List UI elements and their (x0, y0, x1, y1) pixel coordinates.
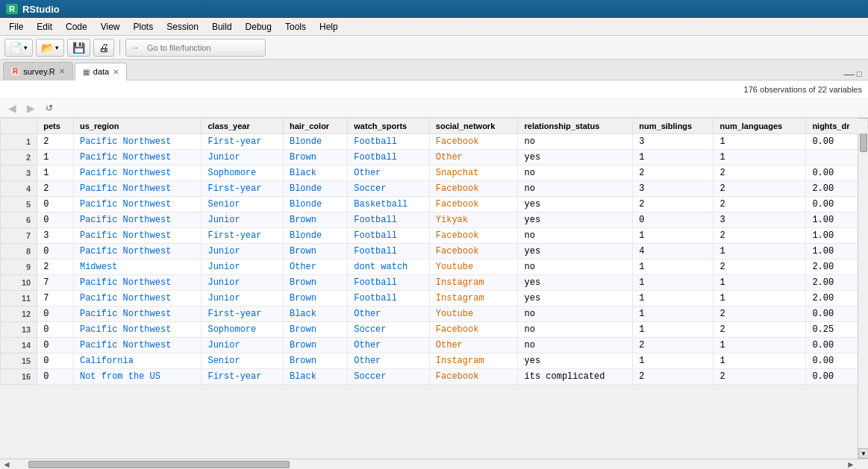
cell-social_network: Facebook (429, 322, 518, 338)
cell-rownum: 5 (1, 197, 37, 213)
horizontal-scrollbar[interactable]: ◄ ► (0, 459, 868, 469)
cell-social_network: Facebook (429, 244, 518, 259)
cell-watch_sports: Soccer (348, 369, 430, 385)
tab-data[interactable]: ▦ data ✕ (75, 63, 127, 81)
cell-class_year: First-year (202, 134, 284, 150)
menu-tools[interactable]: Tools (279, 20, 312, 34)
table-row: 107Pacific NorthwestJuniorBrownFootballI… (1, 275, 868, 291)
cell-relationship_status: yes (518, 244, 633, 259)
scroll-right-arrow[interactable]: ► (844, 459, 858, 470)
cell-social_network: Instagram (429, 275, 518, 291)
menu-plots[interactable]: Plots (128, 20, 160, 34)
col-header-pets[interactable]: pets (37, 119, 74, 134)
cell-class_year: Junior (202, 275, 284, 291)
tab-survey[interactable]: R survey.R ✕ (3, 62, 73, 80)
cell-hair_color: Brown (283, 213, 347, 228)
app-title: RStudio (22, 4, 60, 15)
cell-num_languages: 2 (714, 166, 806, 181)
cell-social_network: Facebook (429, 197, 518, 213)
cell-social_network: Facebook (429, 134, 518, 150)
cell-pets: 0 (37, 306, 74, 322)
menu-view[interactable]: View (95, 20, 126, 34)
cell-pets: 2 (37, 259, 74, 275)
cell-pets: 0 (37, 338, 74, 353)
col-header-rownum (1, 119, 37, 134)
col-header-num_languages[interactable]: num_languages (714, 119, 806, 134)
col-header-num_siblings[interactable]: num_siblings (633, 119, 714, 134)
menu-help[interactable]: Help (313, 20, 344, 34)
table-container[interactable]: pets us_region class_year hair_color wat… (0, 118, 868, 459)
menu-bar: File Edit Code View Plots Session Build … (0, 18, 868, 36)
cell-hair_color: Brown (283, 150, 347, 166)
cell-social_network: Youtube (429, 306, 518, 322)
cell-hair_color: Brown (283, 338, 347, 353)
table-row: 140Pacific NorthwestJuniorBrownOtherOthe… (1, 338, 868, 353)
scroll-down-arrow[interactable]: ▼ (858, 448, 868, 459)
save-icon: 💾 (72, 42, 85, 54)
cell-num_siblings: 1 (633, 275, 714, 291)
menu-debug[interactable]: Debug (240, 20, 278, 34)
col-header-relationship_status[interactable]: relationship_status (518, 119, 633, 134)
maximize-window-icon[interactable]: □ (857, 69, 862, 79)
menu-file[interactable]: File (3, 20, 29, 34)
h-scroll-thumb[interactable] (28, 461, 290, 468)
col-header-class_year[interactable]: class_year (202, 119, 284, 134)
menu-session[interactable]: Session (160, 20, 204, 34)
cell-num_siblings: 1 (633, 306, 714, 322)
cell-pets: 1 (37, 150, 74, 166)
tab-data-close[interactable]: ✕ (113, 68, 119, 76)
toolbar-sep-1 (119, 40, 120, 55)
col-header-us_region[interactable]: us_region (73, 119, 202, 134)
cell-watch_sports: Soccer (348, 181, 430, 197)
menu-build[interactable]: Build (206, 20, 238, 34)
table-row: 80Pacific NorthwestJuniorBrownFootballFa… (1, 244, 868, 259)
cell-class_year: Junior (202, 291, 284, 306)
cell-social_network: Other (429, 150, 518, 166)
cell-num_siblings: 3 (633, 134, 714, 150)
minimize-window-icon[interactable]: — (844, 68, 855, 80)
cell-watch_sports: Football (348, 275, 430, 291)
cell-hair_color: Blonde (283, 181, 347, 197)
open-file-button[interactable]: 📂 ▾ (36, 39, 64, 57)
table-row: 73Pacific NorthwestFirst-yearBlondeFootb… (1, 228, 868, 244)
col-header-social_network[interactable]: social_network (429, 119, 518, 134)
cell-social_network: Youtube (429, 259, 518, 275)
cell-social_network: Facebook (429, 181, 518, 197)
col-header-nights_dr[interactable]: nights_dr (806, 119, 868, 134)
menu-edit[interactable]: Edit (31, 20, 58, 34)
cell-social_network: Other (429, 338, 518, 353)
cell-num_languages: 2 (714, 197, 806, 213)
goto-file-button[interactable]: → (125, 39, 266, 57)
table-row: 21Pacific NorthwestJuniorBrownFootballOt… (1, 150, 868, 166)
back-button[interactable]: ◀ (4, 101, 20, 116)
new-file-button[interactable]: 📄 ▾ (4, 39, 33, 57)
col-header-watch_sports[interactable]: watch_sports (348, 119, 430, 134)
refresh-button[interactable]: ↺ (42, 101, 57, 116)
cell-class_year: First-year (202, 181, 284, 197)
cell-hair_color: Black (283, 306, 347, 322)
tab-survey-close[interactable]: ✕ (59, 67, 65, 75)
cell-relationship_status: no (518, 134, 633, 150)
save-button[interactable]: 💾 (67, 39, 90, 57)
col-header-hair_color[interactable]: hair_color (283, 119, 347, 134)
grid-icon: ▦ (83, 68, 90, 76)
forward-button[interactable]: ▶ (23, 101, 39, 116)
goto-arrow-icon: → (131, 43, 140, 53)
cell-relationship_status: yes (518, 353, 633, 369)
goto-input[interactable] (141, 40, 260, 56)
observations-info: 176 observations of 22 variables (744, 85, 862, 94)
cell-watch_sports: Football (348, 134, 430, 150)
cell-social_network: Yikyak (429, 213, 518, 228)
scroll-left-arrow[interactable]: ◄ (0, 459, 13, 470)
cell-num_siblings: 1 (633, 228, 714, 244)
menu-code[interactable]: Code (60, 20, 93, 34)
cell-social_network: Facebook (429, 228, 518, 244)
vertical-scrollbar[interactable]: ▲ ▼ (858, 118, 868, 459)
cell-us_region: Pacific Northwest (73, 322, 202, 338)
print-button[interactable]: 🖨 (93, 39, 114, 57)
scroll-track[interactable] (858, 128, 868, 448)
app-icon: R (6, 4, 18, 14)
cell-num_languages: 1 (714, 353, 806, 369)
cell-hair_color: Blonde (283, 134, 347, 150)
cell-rownum: 8 (1, 244, 37, 259)
